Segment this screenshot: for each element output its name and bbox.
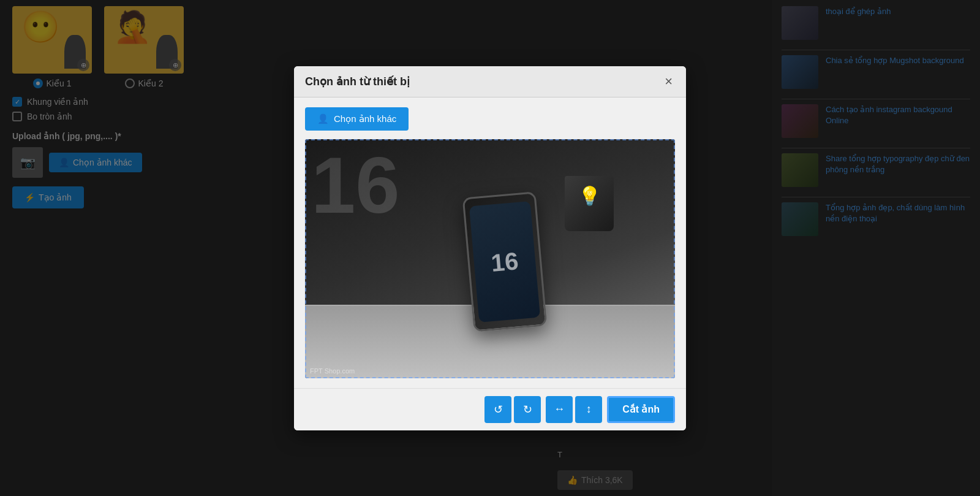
image-crop-modal: Chọn ảnh từ thiết bị × 👤 Chọn ảnh khác 1… bbox=[294, 66, 686, 430]
modal-body: 👤 Chọn ảnh khác 16 16 bbox=[294, 97, 686, 388]
bg-number: 16 bbox=[311, 145, 400, 225]
phone-object: 16 bbox=[462, 191, 548, 332]
watermark-text: FPT Shop.com bbox=[310, 367, 355, 375]
watermark-label: FPT Shop.com bbox=[310, 367, 355, 375]
modal-overlay: Chọn ảnh từ thiết bị × 👤 Chọn ảnh khác 1… bbox=[0, 0, 980, 496]
modal-close-button[interactable]: × bbox=[662, 75, 675, 88]
choose-photo-label: Chọn ảnh khác bbox=[334, 113, 396, 124]
image-preview-area: 16 16 FPT Shop.com bbox=[305, 139, 675, 378]
undo-button[interactable]: ↺ bbox=[484, 396, 511, 423]
phone-screen: 16 bbox=[469, 201, 540, 322]
upload-person-icon: 👤 bbox=[317, 113, 329, 124]
toolbar-btn-group: ↺ ↻ bbox=[484, 396, 541, 423]
flip-btn-group: ↔ ↕ bbox=[546, 396, 602, 423]
cat-anh-button[interactable]: Cắt ảnh bbox=[607, 396, 675, 423]
flip-vertical-button[interactable]: ↕ bbox=[575, 396, 602, 423]
preview-scene: 16 16 FPT Shop.com bbox=[305, 139, 675, 378]
modal-header: Chọn ảnh từ thiết bị × bbox=[294, 66, 686, 97]
modal-footer: ↺ ↻ ↔ ↕ Cắt ảnh bbox=[294, 388, 686, 430]
mug-object bbox=[565, 176, 614, 231]
redo-button[interactable]: ↻ bbox=[514, 396, 541, 423]
modal-choose-photo-btn[interactable]: 👤 Chọn ảnh khác bbox=[305, 107, 409, 131]
modal-title: Chọn ảnh từ thiết bị bbox=[305, 75, 410, 88]
flip-horizontal-button[interactable]: ↔ bbox=[546, 396, 573, 423]
